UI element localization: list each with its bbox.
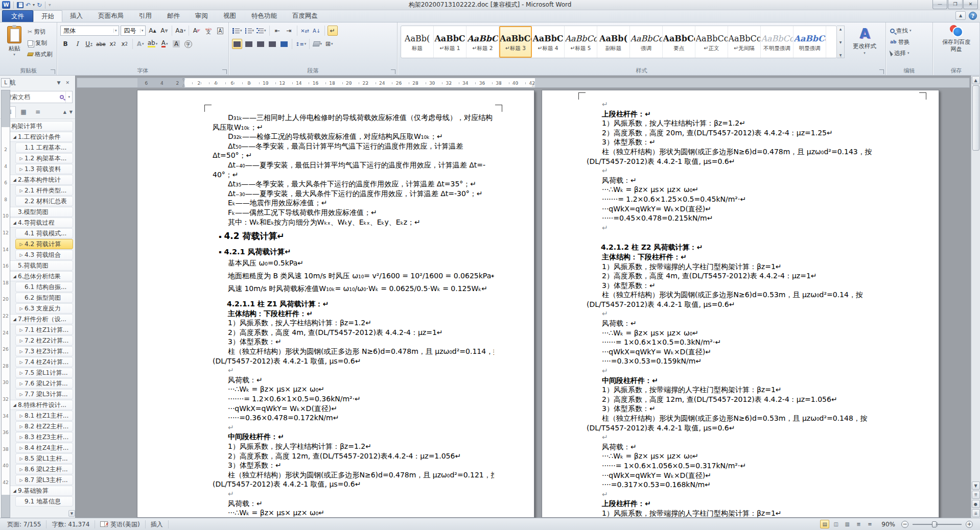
doc-line[interactable]: ↵: [587, 490, 918, 499]
nav-heading-item[interactable]: 7.1 柱Z1计算...: [15, 325, 73, 335]
decrease-indent-icon[interactable]: ⇤: [272, 26, 283, 36]
style-item[interactable]: AaBb( 副标题: [597, 26, 630, 58]
doc-line[interactable]: 2）高度系数，高度 12m, 查(DL/T5457-2012)表 4.4.2-4…: [587, 395, 918, 404]
doc-line[interactable]: 1）风振系数，按带端撑的人字柱门型构架计算：βz=1↵: [587, 262, 918, 272]
doc-line[interactable]: [587, 232, 918, 236]
search-icon[interactable]: [60, 95, 64, 99]
doc-line[interactable]: 2）高度系数，高度 12m, 查(DL/T5457-2012)表4.4.2-4：…: [213, 451, 494, 461]
nav-heading-item[interactable]: 6.3 支座反力: [15, 303, 73, 314]
doc-line[interactable]: 风荷载：↵: [587, 442, 918, 452]
doc-line[interactable]: 2）高度系数，高度 4m, 查(DL/T5457-2012)表 4.4.2-4：…: [587, 271, 918, 281]
nav-tab-pages[interactable]: ▦: [17, 106, 30, 118]
nav-heading-item[interactable]: 7.7 梁L3计算...: [15, 389, 73, 399]
nav-heading-item[interactable]: 8.6 梁L2主杆...: [15, 464, 73, 474]
nav-heading-item[interactable]: 4.3 荷载组合: [15, 250, 73, 260]
expand-collapse-icon[interactable]: [18, 371, 25, 375]
maximize-button[interactable]: ❐: [948, 0, 963, 9]
doc-line[interactable]: Eₖ——地震作用效应标准值；↵: [213, 198, 494, 208]
expand-collapse-icon[interactable]: [18, 456, 25, 461]
pilcrow-icon[interactable]: ↵: [328, 26, 338, 36]
find-button[interactable]: 查找▾: [890, 26, 931, 36]
character-border-icon[interactable]: A: [215, 26, 225, 36]
doc-line[interactable]: 中间段柱杆件：↵: [587, 376, 918, 386]
doc-line[interactable]: 柱（独立杆结构）形状为圆钢(或正多边形N≥6)d=0.53m，且 μzω₀d²=…: [587, 414, 918, 423]
zoom-in-icon[interactable]: +: [966, 521, 973, 528]
word-count[interactable]: 字数: 41,374: [46, 520, 95, 528]
expand-collapse-icon[interactable]: [18, 167, 25, 172]
doc-line[interactable]: Δt=50°；↵: [213, 151, 494, 160]
expand-collapse-icon[interactable]: [11, 221, 18, 225]
format-painter-button[interactable]: 格式刷: [28, 49, 53, 59]
doc-line[interactable]: 4.2.1.2 柱 Z2 风荷载计算：↵: [587, 243, 918, 252]
subscript-icon[interactable]: x2: [108, 39, 118, 49]
numbering-icon[interactable]: ▾: [244, 26, 255, 36]
doc-line[interactable]: Δt₋₃₀——夏季安装，最大风条件下运行的温度作用效应，计算温差 Δt=-30°…: [213, 189, 494, 199]
doc-line[interactable]: ····=0.3×0.53=0.159kN/m↵: [587, 356, 918, 366]
doc-line[interactable]: ···qWkX=qWkY= Wₖ×D(直径)↵: [587, 471, 918, 480]
baidu-netdisk-icon[interactable]: [950, 25, 963, 37]
doc-line[interactable]: 1）风振系数，按人字柱结构计算：βz=1.2↵: [213, 318, 494, 328]
sort-icon[interactable]: A↓: [312, 26, 322, 36]
multilevel-list-icon[interactable]: ▾: [256, 26, 267, 36]
borders-icon[interactable]: ⊞▾: [324, 39, 334, 49]
doc-line[interactable]: 3）体型系数：↵: [587, 281, 918, 291]
font-color-icon[interactable]: A▾: [159, 39, 170, 49]
doc-line[interactable]: (DL/T5457-2012)表 4.4.2-1 取值, μs=0.6↵: [587, 157, 918, 166]
ribbon-tab[interactable]: 开始: [33, 10, 62, 22]
expand-collapse-icon[interactable]: [11, 317, 18, 322]
justify-icon[interactable]: [267, 39, 277, 49]
ribbon-tab[interactable]: 百度网盘: [285, 10, 325, 22]
doc-line[interactable]: ↵: [587, 432, 918, 442]
doc-line[interactable]: ···∴Wₖ = βz× μs× μz× ω₀↵: [213, 508, 494, 517]
style-item[interactable]: AaBbC ↵标题 1: [434, 26, 466, 58]
nav-heading-item[interactable]: 8.4 柱Z4主杆...: [15, 443, 73, 453]
expand-collapse-icon[interactable]: [11, 274, 18, 279]
doc-line[interactable]: 风荷载：↵: [213, 375, 494, 385]
align-left-icon[interactable]: [232, 39, 242, 49]
nav-heading-item[interactable]: 6.2 振型简图: [15, 293, 73, 303]
chevron-down-icon[interactable]: ▾: [113, 29, 118, 33]
doc-line[interactable]: 3）体型系数：↵: [587, 137, 918, 147]
shading-icon[interactable]: ▾: [312, 39, 322, 49]
expand-collapse-icon[interactable]: [18, 446, 25, 450]
shrink-font-icon[interactable]: A▼: [159, 26, 169, 36]
nav-heading-item[interactable]: 7.5 梁L1计算...: [15, 368, 73, 378]
expand-collapse-icon[interactable]: [18, 392, 25, 397]
right-indent-marker[interactable]: △: [532, 83, 534, 87]
page-indicator[interactable]: 页面: 7/155: [2, 520, 46, 528]
doc-line[interactable]: ↵: [213, 489, 494, 499]
doc-line[interactable]: 3）体型系数：↵: [587, 404, 918, 414]
ribbon-tab[interactable]: 视图: [216, 10, 244, 22]
browse-object-icon[interactable]: ●: [972, 500, 980, 508]
doc-line[interactable]: 风荷载：↵: [213, 499, 494, 509]
doc-line[interactable]: 柱（独立杆结构）形状为圆钢(或正多边形N≥6)d=0.53m，且 μzω₀d²=…: [587, 290, 918, 300]
paragraph-dialog-launcher-icon[interactable]: [391, 69, 395, 74]
zoom-out-icon[interactable]: −: [901, 521, 908, 528]
doc-line[interactable]: ·······= 1.2×0.6×1×0.5=0.36kN/m²·↵: [213, 394, 494, 404]
nav-heading-item[interactable]: 9.基础验算: [9, 486, 73, 496]
asian-layout-icon[interactable]: ✕⇄: [300, 26, 310, 36]
zoom-level[interactable]: 90%: [881, 521, 895, 528]
underline-icon[interactable]: U▾: [84, 39, 94, 49]
style-item[interactable]: AaBbCc ↵标题 3: [499, 26, 532, 58]
doc-line[interactable]: 地面粗糙度为 B 类风速 10m/s 时风压 ω₁₀= v²/1600 = 10…: [213, 271, 494, 281]
paste-dropdown-icon[interactable]: ▾: [13, 53, 15, 57]
expand-collapse-icon[interactable]: [18, 242, 25, 247]
doc-line[interactable]: D₃₂ₖ——检修工况的导线荷载效应标准值，对应结构风压取W₁₀ₖ；↵: [213, 132, 494, 141]
doc-line[interactable]: 柱（独立杆结构）形状为圆钢(或正多边形 N≥6)d=0.478m，且 μzω₀d…: [213, 347, 494, 356]
style-item[interactable]: AaBbCcI 不明显强调: [761, 26, 794, 58]
doc-line[interactable]: 1）风振系数，按人字柱结构计算：βz=1.2↵: [213, 442, 494, 451]
nav-heading-item[interactable]: 8.3 柱Z3主杆...: [15, 432, 73, 442]
doc-line[interactable]: ···qWkX=qWkY= Wₖ×D(直径)↵: [213, 404, 494, 414]
bullets-icon[interactable]: ▾: [232, 26, 243, 36]
nav-heading-item[interactable]: 7.杆件分析（设...: [9, 314, 73, 324]
style-item[interactable]: AaBbCcI ↵正文: [695, 26, 728, 58]
insert-mode-indicator[interactable]: 插入: [146, 520, 169, 528]
expand-collapse-icon[interactable]: [11, 403, 18, 407]
phonetic-guide-icon[interactable]: wén 文: [203, 26, 214, 36]
doc-line[interactable]: 4.2.1 风荷载计算↵: [219, 247, 494, 257]
next-page-icon[interactable]: ⇊: [972, 509, 980, 517]
expand-collapse-icon[interactable]: [18, 188, 25, 193]
nav-heading-item[interactable]: 1.1 工程基本...: [15, 142, 73, 153]
scrollbar-thumb[interactable]: [972, 85, 979, 151]
